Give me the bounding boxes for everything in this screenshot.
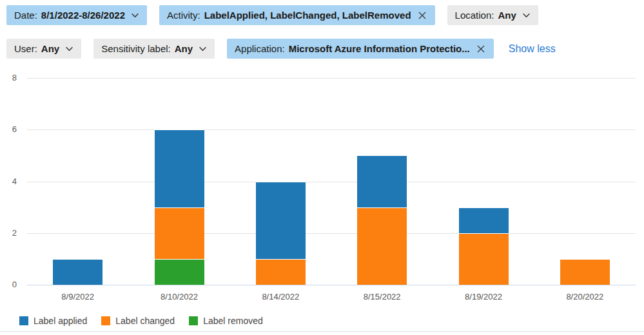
legend-swatch-label-removed xyxy=(189,316,198,325)
x-axis-label: 8/15/2022 xyxy=(331,292,433,302)
filter-activity-value: LabelApplied, LabelChanged, LabelRemoved xyxy=(204,10,411,21)
bar-chart: 024688/9/20228/10/20228/14/20228/15/2022… xyxy=(0,68,644,335)
remove-activity-filter-button[interactable] xyxy=(417,10,427,21)
gridline xyxy=(27,78,636,79)
filter-bar-row-2: User: Any Sensitivity label: Any Applica… xyxy=(6,39,556,59)
chevron-down-icon xyxy=(522,11,531,19)
bar-segment-label-removed[interactable] xyxy=(155,259,204,285)
bar-segment-label-changed[interactable] xyxy=(459,233,509,285)
gridline xyxy=(27,129,636,130)
x-axis-label: 8/10/2022 xyxy=(128,292,229,302)
legend-swatch-label-applied xyxy=(19,316,28,325)
y-axis-tick-label: 6 xyxy=(0,124,17,135)
gridline xyxy=(27,233,636,234)
filter-bar-row-1: Date: 8/1/2022-8/26/2022 Activity: Label… xyxy=(6,5,538,25)
y-axis-tick-label: 4 xyxy=(0,177,17,187)
legend-item-label-changed: Label changed xyxy=(101,316,175,326)
close-icon xyxy=(477,45,485,53)
chevron-down-icon xyxy=(65,44,73,53)
legend-label: Label removed xyxy=(203,316,263,326)
x-axis-label: 8/14/2022 xyxy=(230,292,331,302)
filter-date[interactable]: Date: 8/1/2022-8/26/2022 xyxy=(6,5,147,25)
legend-swatch-label-changed xyxy=(101,316,110,325)
bar-segment-label-applied[interactable] xyxy=(357,155,407,207)
filter-sensitivity-label-value: Any xyxy=(175,43,193,54)
x-axis-label: 8/20/2022 xyxy=(534,292,636,302)
bar-segment-label-changed[interactable] xyxy=(256,259,306,285)
filter-date-label: Date: xyxy=(14,10,37,21)
filter-location-value: Any xyxy=(498,10,516,21)
legend-label: Label applied xyxy=(34,316,87,326)
y-axis-tick-label: 8 xyxy=(0,73,17,83)
bar-segment-label-applied[interactable] xyxy=(155,129,204,207)
activity-explorer-panel: Date: 8/1/2022-8/26/2022 Activity: Label… xyxy=(0,0,644,335)
filter-user[interactable]: User: Any xyxy=(6,39,81,59)
filter-location-label: Location: xyxy=(455,10,494,21)
x-axis-label: 8/9/2022 xyxy=(27,292,128,302)
bar-segment-label-applied[interactable] xyxy=(256,182,306,259)
legend-label: Label changed xyxy=(115,316,175,326)
y-axis-tick-label: 0 xyxy=(0,280,17,290)
close-icon xyxy=(418,12,426,19)
bottom-divider xyxy=(0,331,644,332)
chevron-down-icon xyxy=(131,11,139,19)
bar-segment-label-changed[interactable] xyxy=(560,259,610,285)
gridline xyxy=(27,182,636,182)
filter-location[interactable]: Location: Any xyxy=(447,5,538,25)
legend-item-label-applied: Label applied xyxy=(19,316,87,326)
filter-application-label: Application: xyxy=(235,43,285,54)
x-axis-line xyxy=(27,285,636,285)
filter-user-label: User: xyxy=(14,43,37,54)
filter-sensitivity-label[interactable]: Sensitivity label: Any xyxy=(93,39,215,59)
x-axis-label: 8/19/2022 xyxy=(433,292,534,302)
legend-item-label-removed: Label removed xyxy=(189,316,263,326)
filter-sensitivity-label-label: Sensitivity label: xyxy=(101,43,171,54)
bar-segment-label-applied[interactable] xyxy=(459,207,509,233)
filter-date-value: 8/1/2022-8/26/2022 xyxy=(41,10,125,21)
chevron-down-icon xyxy=(199,44,207,53)
bar-segment-label-changed[interactable] xyxy=(357,207,407,285)
bar-segment-label-applied[interactable] xyxy=(53,259,102,285)
filter-application[interactable]: Application: Microsoft Azure Information… xyxy=(227,39,494,59)
chart-legend: Label appliedLabel changedLabel removed xyxy=(19,316,263,326)
filter-activity-label: Activity: xyxy=(167,10,200,21)
remove-application-filter-button[interactable] xyxy=(476,44,486,54)
show-less-link[interactable]: Show less xyxy=(509,39,556,59)
y-axis-tick-label: 2 xyxy=(0,228,17,238)
bar-segment-label-changed[interactable] xyxy=(155,207,204,259)
filter-application-value: Microsoft Azure Information Protectio... xyxy=(289,43,470,54)
filter-user-value: Any xyxy=(41,43,59,54)
filter-activity[interactable]: Activity: LabelApplied, LabelChanged, La… xyxy=(159,5,435,25)
